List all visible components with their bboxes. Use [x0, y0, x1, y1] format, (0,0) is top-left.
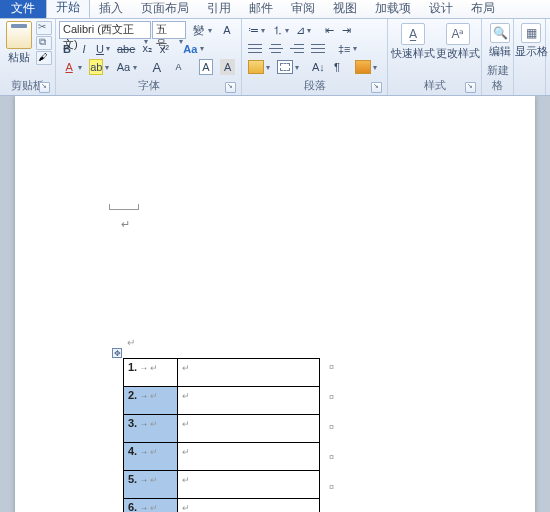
page[interactable]: ↵ ↵ ✥ 1.→↵ ↵ 2.→↵ ↵ 3.→↵ ↵ 4.→↵ ↵ 5.→↵ ↵	[15, 96, 535, 512]
grid-icon	[355, 60, 371, 74]
tab-review[interactable]: 审阅	[282, 0, 324, 18]
row-number: 5.	[128, 473, 137, 485]
font-name-select[interactable]: Calibri (西文正文)	[59, 21, 151, 39]
group-editing: 🔍 编辑 新建格	[482, 19, 514, 95]
snap-button[interactable]	[352, 58, 380, 76]
document-table[interactable]: 1.→↵ ↵ 2.→↵ ↵ 3.→↵ ↵ 4.→↵ ↵ 5.→↵ ↵ 6.→↵ …	[123, 358, 320, 512]
indent-dec-button[interactable]: ⇤	[321, 21, 337, 39]
table-row[interactable]: 5.→↵ ↵	[124, 471, 320, 499]
shading-button[interactable]	[245, 58, 273, 76]
font-size-select[interactable]: 五号	[152, 21, 186, 39]
quick-styles-label: 快速样式	[391, 47, 435, 61]
group-last: ▦ 显示格	[514, 19, 546, 95]
shrink-font-button[interactable]: A	[168, 58, 189, 76]
styles-launcher-icon[interactable]	[465, 82, 476, 93]
paragraph-mark: ↵	[127, 337, 135, 348]
edit-group-label: 新建格	[485, 62, 510, 95]
change-styles-button[interactable]: Aᵃ 更改样式	[436, 21, 480, 61]
ribbon-tabs: 文件 开始 插入 页面布局 引用 邮件 审阅 视图 加载项 设计 布局	[0, 0, 550, 19]
sort-button[interactable]: A↓	[309, 58, 328, 76]
tab-home[interactable]: 开始	[46, 0, 90, 18]
table-row[interactable]: 3.→↵ ↵	[124, 415, 320, 443]
char-shading-button[interactable]: A	[217, 58, 238, 76]
change-styles-label: 更改样式	[436, 47, 480, 61]
clear-format-button[interactable]: A	[216, 21, 238, 39]
strike-button[interactable]: abe	[114, 40, 138, 58]
numbering-button[interactable]: ⒈	[269, 21, 292, 39]
char-border-button[interactable]: A	[196, 58, 217, 76]
grid-display-icon: ▦	[521, 23, 541, 43]
row-number: 4.	[128, 445, 137, 457]
bullets-button[interactable]: ≔	[245, 21, 268, 39]
highlight-button[interactable]: ab	[86, 58, 112, 76]
table-row[interactable]: 6.→↵ ↵	[124, 499, 320, 513]
group-font: Calibri (西文正文) 五号 變 A B I U abe x₂ x² Aa…	[56, 19, 242, 95]
table-move-handle[interactable]: ✥	[112, 348, 122, 358]
table-row[interactable]: 2.→↵ ↵	[124, 387, 320, 415]
indent-inc-button[interactable]: ⇥	[338, 21, 354, 39]
clipboard-group-label: 剪贴板	[3, 77, 52, 95]
edit-label: 编辑	[489, 45, 511, 59]
format-painter-button[interactable]	[36, 51, 52, 65]
tab-page-layout[interactable]: 页面布局	[132, 0, 198, 18]
display-label: 显示格	[515, 45, 548, 59]
quick-styles-icon: A̲	[401, 23, 425, 45]
paste-label: 粘贴	[8, 50, 30, 65]
change-styles-icon: Aᵃ	[446, 23, 470, 45]
ribbon: 粘贴 剪贴板 Calibri (西文正文) 五号 變 A B I U abe x…	[0, 19, 550, 96]
tab-mail[interactable]: 邮件	[240, 0, 282, 18]
ruler-indent-marker	[109, 204, 139, 210]
font-launcher-icon[interactable]	[225, 82, 236, 93]
display-button[interactable]: ▦ 显示格	[517, 21, 545, 59]
clipboard-launcher-icon[interactable]	[39, 82, 50, 93]
italic-button[interactable]: I	[76, 40, 92, 58]
tab-addins[interactable]: 加载项	[366, 0, 420, 18]
line-spacing-button[interactable]: ‡≡	[335, 40, 360, 58]
paint-bucket-icon	[248, 60, 264, 74]
binoculars-icon: 🔍	[490, 23, 510, 43]
quick-styles-button[interactable]: A̲ 快速样式	[391, 21, 435, 61]
row-number: 2.	[128, 389, 137, 401]
text-effects-button[interactable]: Aa	[179, 40, 207, 58]
document-area: ↵ ↵ ✥ 1.→↵ ↵ 2.→↵ ↵ 3.→↵ ↵ 4.→↵ ↵ 5.→↵ ↵	[0, 96, 550, 512]
font-color-button[interactable]: A	[59, 58, 85, 76]
table-row[interactable]: 4.→↵ ↵	[124, 443, 320, 471]
tab-insert[interactable]: 插入	[90, 0, 132, 18]
paragraph-group-label: 段落	[245, 77, 384, 95]
tab-table-layout[interactable]: 布局	[462, 0, 504, 18]
table-row[interactable]: 1.→↵ ↵	[124, 359, 320, 387]
paragraph-launcher-icon[interactable]	[371, 82, 382, 93]
styles-group-label: 样式	[391, 77, 478, 95]
align-center-button[interactable]	[266, 40, 286, 58]
row-number: 3.	[128, 417, 137, 429]
change-case-button[interactable]: 變	[187, 21, 215, 39]
group-paragraph: ≔ ⒈ ⊿ ⇤ ⇥ ‡≡ A↓ ¶ 段落	[242, 19, 388, 95]
tab-references[interactable]: 引用	[198, 0, 240, 18]
borders-button[interactable]	[274, 58, 302, 76]
tab-view[interactable]: 视图	[324, 0, 366, 18]
copy-button[interactable]	[36, 36, 52, 50]
row-number: 1.	[128, 361, 137, 373]
multilevel-button[interactable]: ⊿	[293, 21, 314, 39]
tab-file[interactable]: 文件	[0, 0, 46, 18]
font-group-label: 字体	[59, 77, 238, 95]
case-button[interactable]: Aa	[113, 58, 139, 76]
tab-table-design[interactable]: 设计	[420, 0, 462, 18]
group-styles: A̲ 快速样式 Aᵃ 更改样式 样式	[388, 19, 482, 95]
paragraph-mark: ↵	[121, 218, 130, 231]
grow-font-button[interactable]: A	[146, 58, 167, 76]
align-left-button[interactable]	[245, 40, 265, 58]
find-button[interactable]: 🔍 编辑	[485, 21, 515, 59]
align-justify-button[interactable]	[308, 40, 328, 58]
paste-button[interactable]: 粘贴	[3, 21, 34, 65]
border-icon	[277, 60, 293, 74]
underline-button[interactable]: U	[93, 40, 113, 58]
paste-icon	[6, 21, 32, 49]
row-number: 6.	[128, 501, 137, 512]
align-right-button[interactable]	[287, 40, 307, 58]
cut-button[interactable]	[36, 21, 52, 35]
show-marks-button[interactable]: ¶	[329, 58, 345, 76]
group-clipboard: 粘贴 剪贴板	[0, 19, 56, 95]
